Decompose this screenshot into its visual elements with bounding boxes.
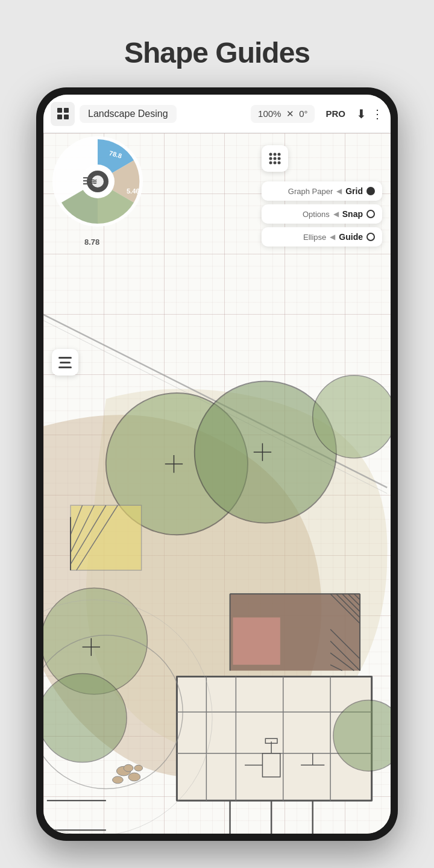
- nine-dot-grid-button[interactable]: [262, 145, 288, 172]
- svg-text:8.78: 8.78: [84, 237, 99, 247]
- svg-point-55: [134, 765, 143, 771]
- top-bar: Landscape Desing 100% ✕ 0° PRO ⬇ ⋮: [43, 95, 391, 133]
- nine-dots-icon: [268, 151, 282, 166]
- rotation-value: 0°: [299, 108, 307, 119]
- ellipse-label: Ellipse: [303, 233, 326, 242]
- svg-point-44: [43, 673, 127, 762]
- radial-menu-svg: ≋ 78.8 5.46 8.78: [43, 133, 158, 278]
- svg-point-80: [269, 162, 272, 165]
- hamburger-button[interactable]: [52, 349, 78, 376]
- svg-point-54: [124, 764, 133, 772]
- svg-rect-3: [233, 617, 280, 664]
- canvas-area: ≋ 78.8 5.46 8.78: [43, 133, 391, 834]
- graph-paper-value: Grid: [345, 186, 363, 196]
- phone-screen: Landscape Desing 100% ✕ 0° PRO ⬇ ⋮: [43, 95, 391, 834]
- grid-icon: [57, 108, 69, 119]
- svg-point-81: [274, 162, 277, 165]
- graph-paper-row[interactable]: Graph Paper ◀ Grid: [262, 181, 382, 201]
- svg-point-53: [113, 776, 124, 784]
- graph-paper-dot: [366, 187, 375, 195]
- svg-point-77: [269, 157, 272, 160]
- more-options-icon[interactable]: ⋮: [371, 107, 383, 121]
- svg-text:5.46: 5.46: [127, 187, 139, 195]
- phone-device: Landscape Desing 100% ✕ 0° PRO ⬇ ⋮: [36, 87, 398, 841]
- options-snap-row[interactable]: Options ◀ Snap: [262, 204, 382, 224]
- ellipse-dot: [366, 233, 375, 241]
- svg-point-74: [269, 153, 272, 156]
- pro-button[interactable]: PRO: [319, 105, 351, 122]
- project-name[interactable]: Landscape Desing: [80, 105, 177, 123]
- page-title: Shape Guides: [124, 36, 310, 69]
- zoom-value: 100%: [258, 108, 281, 119]
- zoom-info: 100% ✕ 0°: [251, 105, 315, 123]
- options-value: Snap: [342, 209, 363, 219]
- svg-point-52: [128, 773, 140, 781]
- ellipse-guide-row[interactable]: Ellipse ◀ Guide: [262, 227, 382, 247]
- ellipse-value: Guide: [339, 232, 363, 242]
- left-panel: ≋ 78.8 5.46 8.78: [43, 133, 158, 290]
- svg-point-39: [313, 376, 391, 458]
- graph-paper-label: Graph Paper: [288, 187, 333, 196]
- options-arrow: ◀: [333, 210, 339, 218]
- svg-point-76: [278, 153, 281, 156]
- graph-paper-arrow: ◀: [336, 187, 342, 195]
- options-label: Options: [303, 210, 330, 219]
- options-dot: [366, 210, 375, 218]
- svg-rect-45: [71, 505, 142, 570]
- svg-point-82: [278, 162, 281, 165]
- grid-icon-button[interactable]: [51, 102, 75, 126]
- svg-point-78: [274, 157, 277, 160]
- svg-point-75: [274, 153, 277, 156]
- download-icon[interactable]: ⬇: [356, 107, 366, 121]
- svg-point-79: [278, 157, 281, 160]
- right-panels: Graph Paper ◀ Grid Options ◀ Snap Ellips…: [262, 145, 382, 250]
- ellipse-arrow: ◀: [330, 233, 335, 241]
